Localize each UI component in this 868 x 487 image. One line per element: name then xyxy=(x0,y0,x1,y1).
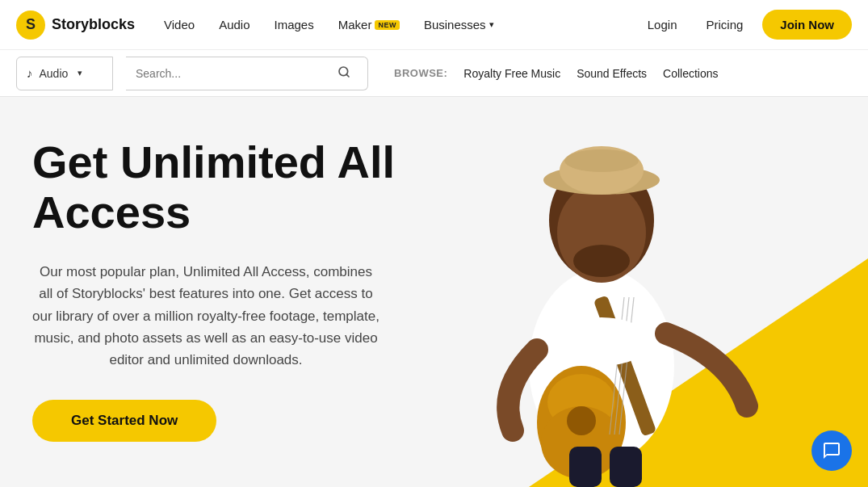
nav-item-maker[interactable]: Maker NEW xyxy=(329,11,409,38)
new-badge: NEW xyxy=(375,20,400,30)
pricing-button[interactable]: Pricing xyxy=(696,11,753,38)
search-button[interactable] xyxy=(338,65,350,82)
hero-image-area xyxy=(384,97,868,487)
svg-point-19 xyxy=(553,317,650,366)
get-started-button[interactable]: Get Started Now xyxy=(32,400,216,442)
search-input[interactable] xyxy=(136,67,338,80)
browse-sound-effects[interactable]: Sound Effects xyxy=(577,67,647,80)
chevron-down-icon: ▾ xyxy=(489,19,494,30)
svg-rect-17 xyxy=(569,447,602,487)
chevron-down-icon: ▾ xyxy=(78,68,82,78)
browse-label: BROWSE: xyxy=(394,67,447,79)
svg-rect-18 xyxy=(610,447,642,487)
brand-name: Storyblocks xyxy=(52,16,135,33)
nav-links: Video Audio Images Maker NEW Businesses … xyxy=(154,11,638,38)
logo[interactable]: S Storyblocks xyxy=(16,10,135,40)
svg-point-16 xyxy=(567,406,596,435)
search-icon xyxy=(338,65,350,78)
category-label: Audio xyxy=(40,67,69,80)
nav-item-images[interactable]: Images xyxy=(265,11,324,38)
logo-icon: S xyxy=(16,10,45,40)
hero-title: Get Unlimited All Access xyxy=(32,137,436,237)
navbar: S Storyblocks Video Audio Images Maker N… xyxy=(0,0,868,50)
nav-right: Login Pricing Join Now xyxy=(638,10,852,40)
nav-item-audio[interactable]: Audio xyxy=(209,11,259,38)
hero-section: Get Unlimited All Access Our most popula… xyxy=(0,97,868,487)
browse-royalty-free-music[interactable]: Royalty Free Music xyxy=(463,67,560,80)
nav-item-businesses[interactable]: Businesses ▾ xyxy=(414,11,504,38)
browse-section: BROWSE: Royalty Free Music Sound Effects… xyxy=(394,67,719,80)
svg-point-20 xyxy=(573,245,630,277)
browse-collections[interactable]: Collections xyxy=(663,67,718,80)
chat-button[interactable] xyxy=(811,430,852,471)
hero-description: Our most popular plan, Unlimited All Acc… xyxy=(32,261,379,371)
search-bar: ♪ Audio ▾ BROWSE: Royalty Free Music Sou… xyxy=(0,50,868,97)
svg-point-8 xyxy=(564,149,639,172)
svg-line-1 xyxy=(346,74,349,77)
chat-icon xyxy=(822,441,841,460)
login-button[interactable]: Login xyxy=(638,11,687,38)
search-input-wrap xyxy=(126,57,368,90)
join-now-button[interactable]: Join Now xyxy=(762,10,852,40)
hero-content: Get Unlimited All Access Our most popula… xyxy=(32,137,436,442)
search-category-selector[interactable]: ♪ Audio ▾ xyxy=(16,57,113,90)
hero-person-illustration xyxy=(432,115,771,487)
nav-item-video[interactable]: Video xyxy=(154,11,204,38)
music-note-icon: ♪ xyxy=(27,66,33,80)
